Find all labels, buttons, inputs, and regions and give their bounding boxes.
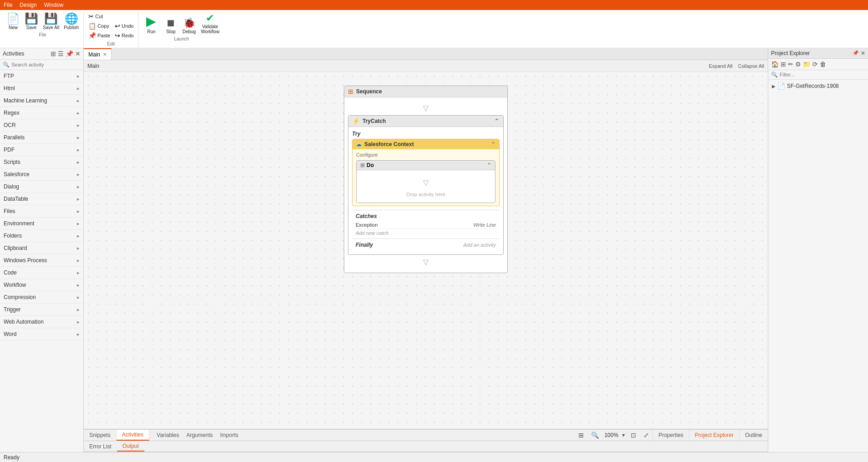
list-view-icon[interactable]: ☰	[58, 50, 64, 57]
publish-button[interactable]: 🌐 Publish	[62, 12, 81, 31]
pe-folder-icon[interactable]: 📁	[803, 61, 811, 68]
finally-section: Finally Add an activity	[352, 239, 500, 251]
expand-arrow: ▸	[77, 159, 80, 165]
pe-view-icon[interactable]: ⊞	[781, 61, 786, 68]
activity-item-ftp[interactable]: FTP ▸	[0, 70, 83, 82]
activities-title: Activities	[3, 51, 24, 57]
activity-item-folders[interactable]: Folders ▸	[0, 230, 83, 242]
grid-view-icon[interactable]: ⊞	[51, 50, 56, 57]
pe-home-icon[interactable]: 🏠	[771, 61, 779, 68]
activity-item-dialog[interactable]: Dialog ▸	[0, 181, 83, 193]
save-icon: 💾	[25, 13, 38, 25]
close-activities-icon[interactable]: ✕	[75, 50, 81, 57]
output-tab[interactable]: Output	[117, 441, 144, 452]
activity-item-pdf[interactable]: PDF ▸	[0, 144, 83, 156]
salesforce-context-title: Salesforce Context	[364, 141, 414, 147]
validate-workflow-button[interactable]: ✔ Validate Workflow	[199, 12, 221, 35]
activity-item-html[interactable]: Html ▸	[0, 82, 83, 95]
activity-item-parallels[interactable]: Parallels ▸	[0, 132, 83, 144]
pe-pin-icon[interactable]: 📌	[853, 50, 859, 56]
activity-item-files[interactable]: Files ▸	[0, 205, 83, 218]
activity-item-clipboard[interactable]: Clipboard ▸	[0, 242, 83, 254]
expand-arrow: ▸	[77, 184, 80, 190]
run-button[interactable]: ▶ Run	[141, 14, 161, 35]
search-input[interactable]	[11, 62, 81, 67]
undo-label: Undo	[122, 23, 133, 29]
pe-file-item[interactable]: ▶ 📄 SF-GetRecords-1908	[770, 81, 866, 91]
error-list-tab[interactable]: Error List	[84, 441, 117, 452]
save-all-icon: 💾	[44, 13, 58, 25]
add-new-catch-label[interactable]: Add new catch	[356, 230, 496, 236]
activity-item-windows-process[interactable]: Windows Process ▸	[0, 254, 83, 267]
expand-arrow: ▸	[77, 73, 80, 79]
arguments-tab[interactable]: Arguments	[186, 432, 213, 438]
tab-close-button[interactable]: ✕	[103, 52, 107, 57]
debug-button[interactable]: 🐞 Debug	[180, 17, 198, 35]
pe-pencil-icon[interactable]: ✏	[788, 61, 793, 68]
menu-window[interactable]: Window	[44, 2, 64, 8]
save-all-button[interactable]: 💾 Save All	[41, 12, 61, 31]
zoom-dropdown-icon[interactable]: ▾	[620, 432, 627, 438]
save-all-label: Save All	[43, 25, 59, 30]
save-button[interactable]: 💾 Save	[23, 12, 40, 31]
activity-item-word[interactable]: Word ▸	[0, 328, 83, 340]
activity-item-datatable[interactable]: DataTable ▸	[0, 193, 83, 205]
ribbon-group-launch: ▶ Run ⏹ Stop 🐞 Debug ✔ Validate Workflow	[138, 12, 224, 48]
paste-button[interactable]: 📌 Paste	[87, 31, 112, 40]
do-collapse-button[interactable]: ⌃	[487, 162, 491, 168]
pe-close-icon[interactable]: ✕	[861, 50, 865, 56]
salesforce-icon: ☁	[356, 141, 362, 147]
properties-tab[interactable]: Properties	[653, 430, 689, 441]
activity-item-machine-learning[interactable]: Machine Learning ▸	[0, 95, 83, 107]
stop-button[interactable]: ⏹ Stop	[162, 17, 179, 35]
expand-all-button[interactable]: Expand All	[709, 63, 733, 69]
cut-button[interactable]: ✂ Cut	[87, 12, 112, 21]
tab-snippets[interactable]: Snippets	[84, 430, 117, 441]
exception-row: Exception Write Line	[356, 221, 496, 229]
variables-tab[interactable]: Variables	[157, 432, 179, 438]
activity-item-salesforce[interactable]: Salesforce ▸	[0, 168, 83, 181]
pe-search: 🔍	[768, 70, 868, 80]
pe-refresh-icon[interactable]: ⟳	[812, 61, 818, 68]
pin-icon[interactable]: 📌	[66, 50, 73, 57]
zoom-fit-icon[interactable]: ⊡	[627, 432, 640, 439]
redo-button[interactable]: ↪ Redo	[113, 31, 135, 40]
undo-button[interactable]: ↩ Undo	[113, 21, 135, 30]
activity-item-web-automation[interactable]: Web Automation ▸	[0, 316, 83, 328]
activity-item-environment[interactable]: Environment ▸	[0, 218, 83, 230]
collapse-all-button[interactable]: Collapse All	[738, 63, 764, 69]
trycatch-collapse-button[interactable]: ⌃	[494, 117, 500, 125]
new-icon: 📄	[6, 13, 20, 25]
launch-group-label: Launch	[141, 36, 221, 43]
validate-icon: ✔	[206, 13, 214, 24]
tab-activities-bottom[interactable]: Activities	[117, 430, 149, 441]
menu-file[interactable]: File	[4, 2, 12, 8]
activity-item-scripts[interactable]: Scripts ▸	[0, 156, 83, 168]
expand-arrow: ▸	[77, 282, 80, 288]
new-button[interactable]: 📄 New	[5, 12, 22, 31]
outline-tab[interactable]: Outline	[739, 430, 768, 441]
activity-list: FTP ▸ Html ▸ Machine Learning ▸ Regex ▸ …	[0, 70, 83, 452]
pe-trash-icon[interactable]: 🗑	[820, 61, 826, 68]
activity-item-workflow[interactable]: Workflow ▸	[0, 279, 83, 291]
expand-arrow: ▸	[77, 270, 80, 276]
activity-item-ocr[interactable]: OCR ▸	[0, 119, 83, 132]
add-activity-label[interactable]: Add an activity	[463, 242, 496, 248]
tab-main[interactable]: Main ✕	[84, 48, 112, 60]
activity-item-code[interactable]: Code ▸	[0, 267, 83, 279]
do-body[interactable]: ▽ Drop activity here	[357, 170, 495, 203]
salesforce-collapse-button[interactable]: ⌃	[491, 141, 495, 147]
activity-item-regex[interactable]: Regex ▸	[0, 107, 83, 119]
fit-icon[interactable]: ⊞	[575, 432, 587, 439]
menu-design[interactable]: Design	[20, 2, 36, 8]
activity-item-compression[interactable]: Compression ▸	[0, 291, 83, 304]
pe-gear-icon[interactable]: ⚙	[795, 61, 801, 68]
project-explorer-tab[interactable]: Project Explorer	[689, 430, 739, 441]
zoom-full-icon[interactable]: ⤢	[640, 432, 653, 439]
canvas[interactable]: ⊞ Sequence ▽ ⚡ TryCatch ⌃	[84, 72, 768, 429]
activity-item-trigger[interactable]: Trigger ▸	[0, 304, 83, 316]
zoom-icon[interactable]: 🔍	[587, 432, 602, 439]
pe-search-input[interactable]	[780, 72, 865, 77]
imports-tab[interactable]: Imports	[220, 432, 238, 438]
copy-button[interactable]: 📋 Copy	[87, 21, 112, 30]
